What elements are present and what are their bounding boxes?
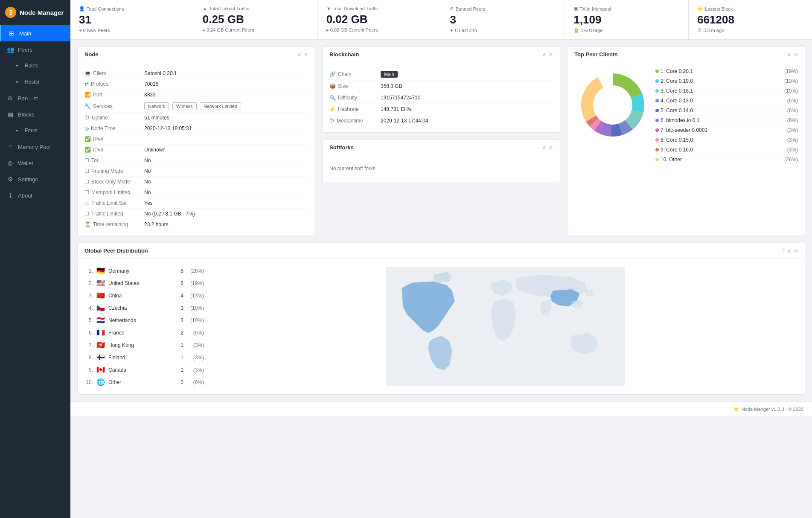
peer-item: 3. Core 0.18.1(10%) bbox=[655, 86, 798, 96]
sidebar-item-label: Forks bbox=[25, 128, 38, 134]
node-protocol-value: 70015 bbox=[144, 81, 158, 87]
node-client-row: 💻 Client Satoshi 0.20.1 bbox=[84, 68, 308, 79]
stat-mempool-label: ▣ TX in Mempool bbox=[573, 6, 680, 12]
blocks-icon: ▦ bbox=[7, 111, 14, 118]
sidebar-item-rules[interactable]: • Rules bbox=[0, 58, 70, 74]
banlist-icon: ⊘ bbox=[7, 95, 14, 102]
node-blockonly-row: ☐ Block Only Mode No bbox=[84, 177, 308, 187]
sidebar-item-peers[interactable]: 👥 Peers bbox=[0, 41, 70, 58]
blockchain-close-btn[interactable]: ✕ bbox=[549, 52, 553, 58]
trafficlimitset-icon: ⚠ bbox=[84, 200, 89, 206]
node-card-controls: ∧ ✕ bbox=[297, 52, 308, 58]
stat-banned: ⊘ Banned Peers 3 ✦ 0 Last 24h bbox=[441, 0, 565, 39]
node-timeremaining-value: 23.2 hours bbox=[144, 221, 169, 227]
top-peer-clients-controls: ∧ ✕ bbox=[787, 52, 798, 58]
sidebar-item-label: Peers bbox=[18, 47, 32, 53]
app-name: Node Manager bbox=[20, 9, 64, 16]
bc-hashrate-value: 148.781 EH/s bbox=[381, 106, 412, 112]
node-pruning-value: No bbox=[144, 168, 151, 174]
node-protocol-row: ⇄ Protocol 70015 bbox=[84, 79, 308, 90]
footer-coin-icon: ⭐ bbox=[733, 406, 739, 412]
node-trafficlimitset-value: Yes bbox=[144, 200, 153, 206]
peers-icon: 👥 bbox=[7, 46, 14, 53]
bitcoin-icon: ₿ bbox=[5, 7, 16, 18]
node-trafficlimitset-row: ⚠ Traffic Limit Set Yes bbox=[84, 198, 308, 209]
node-ipv4-row: ✅ IPv4 bbox=[84, 134, 308, 145]
gpd-row: 3. 🇨🇳 China 4 (13%) bbox=[84, 289, 204, 302]
blockchain-card-header: Blockchain ∧ ✕ bbox=[323, 47, 560, 62]
gpd-controls: ? ∧ ✕ bbox=[782, 248, 798, 254]
stat-connections: 👤 Total Connections 31 + 0 New Peers bbox=[70, 0, 194, 39]
sidebar-item-banlist[interactable]: ⊘ Ban List bbox=[0, 90, 70, 106]
top-peers-collapse-btn[interactable]: ∧ bbox=[787, 52, 791, 58]
node-ipv6-row: ✅ IPv6 Unknown bbox=[84, 145, 308, 155]
sidebar-item-label: Wallet bbox=[18, 160, 33, 166]
upload-icon: ▲ bbox=[203, 6, 207, 11]
stats-bar: 👤 Total Connections 31 + 0 New Peers ▲ T… bbox=[70, 0, 812, 40]
stat-connections-value: 31 bbox=[79, 13, 185, 26]
node-uptime-value: 51 minutes bbox=[144, 115, 169, 121]
node-mempoollimited-value: No bbox=[144, 189, 151, 195]
stat-mempool: ▣ TX in Mempool 1,109 🔋 1% Usage bbox=[565, 0, 689, 39]
sidebar-item-blocks[interactable]: ▦ Blocks bbox=[0, 106, 70, 122]
stat-lastblock-sub: ⏱ 3.3 m ago bbox=[697, 28, 803, 33]
sidebar-item-hoster[interactable]: • Hoster bbox=[0, 74, 70, 90]
top-peer-clients-header: Top Peer Clients ∧ ✕ bbox=[568, 47, 805, 62]
sidebar-item-label: Ban List bbox=[18, 95, 38, 102]
node-card: Node ∧ ✕ 💻 Client Satoshi 0.20.1 ⇄ Proto… bbox=[77, 47, 315, 236]
node-blockonly-value: No bbox=[144, 179, 151, 185]
gpd-row: 4. 🇨🇿 Czechia 3 (10%) bbox=[84, 302, 204, 314]
top-peers-chart bbox=[574, 67, 651, 164]
top-peers-close-btn[interactable]: ✕ bbox=[794, 52, 798, 58]
gpd-row: 1. 🇩🇪 Germany 8 (26%) bbox=[84, 265, 204, 277]
softforks-card-controls: ∧ ✕ bbox=[542, 145, 553, 151]
stat-download-label: ▼ Total Download Traffic bbox=[326, 6, 433, 11]
peer-item: 10. Other(26%) bbox=[655, 155, 798, 164]
node-port-row: 📶 Port 8333 bbox=[84, 90, 308, 100]
stat-upload: ▲ Total Upload Traffic 0.25 GB ▸ 0.24 GB… bbox=[194, 0, 318, 39]
gpd-help-btn[interactable]: ? bbox=[782, 248, 785, 254]
node-services-row: 🔧 Services Network Witness Network Limit… bbox=[84, 100, 308, 113]
connections-icon: 👤 bbox=[79, 6, 85, 12]
stat-connections-label: 👤 Total Connections bbox=[79, 6, 185, 12]
gpd-list: 1. 🇩🇪 Germany 8 (26%) 2. 🇺🇸 United State… bbox=[84, 265, 204, 388]
softforks-collapse-btn[interactable]: ∧ bbox=[542, 145, 546, 151]
nodetime-icon: ◎ bbox=[84, 125, 89, 131]
pruning-icon: ☐ bbox=[84, 168, 89, 174]
blockchain-collapse-btn[interactable]: ∧ bbox=[542, 52, 546, 58]
gpd-close-btn[interactable]: ✕ bbox=[794, 248, 798, 254]
gpd-collapse-btn[interactable]: ∧ bbox=[787, 248, 791, 254]
blockchain-card: Blockchain ∧ ✕ 🔗 Chain Main 📦 Size bbox=[322, 47, 560, 133]
download-icon: ▼ bbox=[326, 6, 331, 11]
sidebar-item-forks[interactable]: • Forks bbox=[0, 122, 70, 139]
stat-lastblock-label: ⭐ Lastest Block bbox=[697, 6, 803, 12]
stat-upload-sub: ▸ 0.24 GB Current Peers bbox=[203, 27, 309, 33]
difficulty-icon: 🔍 bbox=[329, 95, 336, 101]
softforks-card-title: Softforks bbox=[329, 144, 354, 151]
svg-point-10 bbox=[596, 88, 630, 122]
top-peer-clients-card: Top Peer Clients ∧ ✕ bbox=[567, 47, 805, 236]
stat-upload-label: ▲ Total Upload Traffic bbox=[203, 6, 309, 11]
softforks-close-btn[interactable]: ✕ bbox=[549, 145, 553, 151]
node-collapse-btn[interactable]: ∧ bbox=[297, 52, 301, 58]
sidebar-item-about[interactable]: ℹ About bbox=[0, 187, 70, 204]
blockchain-card-title: Blockchain bbox=[329, 51, 359, 58]
rules-icon: • bbox=[14, 62, 20, 69]
sidebar-item-main[interactable]: ⊞ Main bbox=[0, 25, 70, 41]
node-close-btn[interactable]: ✕ bbox=[304, 52, 308, 58]
sidebar-item-settings[interactable]: ⚙ Settings bbox=[0, 171, 70, 187]
softforks-card-body: No current soft forks bbox=[323, 155, 560, 182]
sidebar-item-wallet[interactable]: ◎ Wallet bbox=[0, 155, 70, 171]
node-card-body: 💻 Client Satoshi 0.20.1 ⇄ Protocol 70015… bbox=[78, 62, 315, 236]
protocol-icon: ⇄ bbox=[84, 81, 89, 87]
gpd-row: 7. 🇭🇰 Hong Kong 1 (3%) bbox=[84, 339, 204, 351]
peer-item: 5. Core 0.14.0(6%) bbox=[655, 106, 798, 116]
stat-download-value: 0.02 GB bbox=[326, 13, 433, 26]
hoster-icon: • bbox=[14, 79, 20, 85]
sidebar-item-memorypool[interactable]: ≡ Memory Pool bbox=[0, 139, 70, 155]
stat-lastblock-value: 661208 bbox=[697, 13, 803, 26]
badge-network-limited: Network Limited bbox=[200, 102, 241, 110]
node-time-value: 2020-12-13 18:05:31 bbox=[144, 125, 192, 131]
uptime-icon: ⏱ bbox=[84, 115, 90, 121]
node-tor-row: ☐ Tor No bbox=[84, 155, 308, 166]
